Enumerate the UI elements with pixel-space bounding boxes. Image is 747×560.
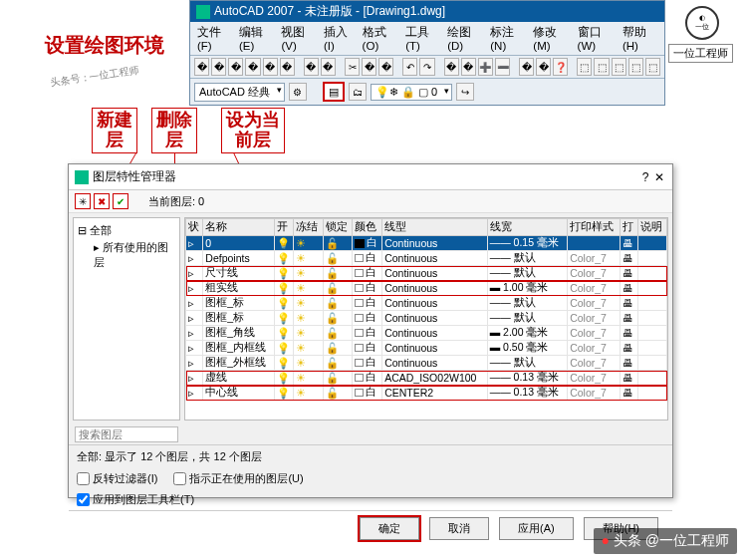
toolbar-icon[interactable]: ⬚ — [628, 58, 643, 76]
toolbar-icon[interactable]: � — [263, 58, 278, 76]
toolbar-icon[interactable]: � — [536, 58, 551, 76]
toolbar-icon[interactable]: ⬚ — [577, 58, 592, 76]
toolbar-icon[interactable]: ✂ — [345, 58, 360, 76]
callout-delete-layer: 删除层 — [151, 108, 197, 153]
toolbar-icon[interactable]: ⬚ — [594, 58, 609, 76]
toolbar-workspace-layer: AutoCAD 经典 ⚙ ▤ 🗂 💡❄ 🔒 ▢ 0 ↪ — [190, 78, 664, 105]
status-text: 全部: 显示了 12 个图层，共 12 个图层 — [69, 444, 672, 468]
toolbar-icon[interactable]: ↶ — [402, 58, 417, 76]
menu-item[interactable]: 文件(F) — [194, 24, 234, 53]
menu-item[interactable]: 格式(O) — [360, 24, 401, 53]
menu-item[interactable]: 帮助(H) — [620, 24, 660, 53]
table-row[interactable]: ▹图框_角线💡☀🔓白Continuous▬ 2.00 毫米Color_7🖶 — [186, 326, 667, 341]
current-layer-label: 当前图层: 0 — [148, 194, 204, 209]
toolbar-icon[interactable]: � — [519, 58, 534, 76]
slide-title: 设置绘图环境 — [45, 32, 164, 59]
toolbar-standard: 📄📂💾🖨✂📋↶↷🔍➕➖🖌❓⬚⬚⬚⬚⬚ — [190, 55, 664, 78]
layer-table[interactable]: 状名称开冻结锁定颜色线型线宽打印样式打说明 ▹0💡☀🔓白Continuous——… — [184, 217, 668, 420]
toolbar-icon[interactable]: � — [304, 58, 319, 76]
help-icon[interactable]: ? — [638, 170, 652, 184]
menu-item[interactable]: 修改(M) — [530, 24, 572, 53]
table-row[interactable]: ▹图框_内框线💡☀🔓白Continuous▬ 0.50 毫米Color_7🖶 — [186, 341, 667, 356]
layer-states-icon[interactable]: 🗂 — [349, 83, 367, 101]
delete-layer-button[interactable]: ✖ — [94, 193, 110, 209]
table-row[interactable]: ▹粗实线💡☀🔓白Continuous▬ 1.00 毫米Color_7🖶 — [186, 281, 667, 296]
chk-apply-toolbar[interactable]: 应用到图层工具栏(T) — [77, 492, 194, 507]
toolbar-icon[interactable]: ⬚ — [612, 58, 626, 76]
table-row[interactable]: ▹图框_标💡☀🔓白Continuous—— 默认Color_7🖶 — [186, 296, 667, 311]
new-layer-button[interactable]: ✳ — [75, 193, 91, 209]
autocad-titlebar-area: AutoCAD 2007 - 未注册版 - [Drawing1.dwg] 文件(… — [189, 0, 665, 106]
menu-item[interactable]: 视图(V) — [278, 24, 319, 53]
settings-icon[interactable]: ⚙ — [289, 83, 307, 101]
callout-set-current: 设为当前层 — [221, 108, 285, 153]
toolbar-icon[interactable]: � — [444, 58, 459, 76]
menu-item[interactable]: 插入(I) — [321, 24, 358, 53]
cancel-button[interactable]: 取消 — [429, 517, 489, 540]
menu-bar: 文件(F)编辑(E)视图(V)插入(I)格式(O)工具(T)绘图(D)标注(N)… — [190, 22, 664, 55]
menu-item[interactable]: 绘图(D) — [444, 24, 485, 53]
toolbar-icon[interactable]: � — [378, 58, 393, 76]
toolbar-icon[interactable]: � — [245, 58, 260, 76]
toolbar-icon[interactable]: ↷ — [419, 58, 434, 76]
toolbar-icon[interactable]: � — [194, 58, 209, 76]
app-icon — [196, 5, 210, 19]
watermark: 头条 @一位工程师 — [594, 528, 737, 554]
layer-combo[interactable]: 💡❄ 🔒 ▢ 0 — [371, 84, 452, 101]
layermove-icon[interactable]: ↪ — [456, 83, 474, 101]
filter-tree[interactable]: ⊟ 全部 ▸ 所有使用的图层 — [73, 217, 180, 420]
author-stamp: 头条号：一位工程师 — [49, 64, 139, 90]
dialog-title: 图层特性管理器 — [93, 168, 176, 185]
table-row[interactable]: ▹尺寸线💡☀🔓白Continuous—— 默认Color_7🖶 — [186, 266, 667, 281]
menu-item[interactable]: 编辑(E) — [236, 24, 277, 53]
workspace-combo[interactable]: AutoCAD 经典 — [194, 83, 285, 102]
table-row[interactable]: ▹图框_标💡☀🔓白Continuous—— 默认Color_7🖶 — [186, 311, 667, 326]
toolbar-icon[interactable]: ➖ — [495, 58, 510, 76]
apply-button[interactable]: 应用(A) — [499, 517, 574, 540]
menu-item[interactable]: 工具(T) — [402, 24, 442, 53]
chk-inuse[interactable]: 指示正在使用的图层(U) — [173, 471, 303, 486]
toolbar-icon[interactable]: � — [321, 58, 336, 76]
logo-icon: ◐一位 — [685, 6, 719, 40]
menu-item[interactable]: 标注(N) — [487, 24, 528, 53]
ok-button[interactable]: 确定 — [360, 517, 419, 540]
toolbar-icon[interactable]: ➕ — [478, 58, 493, 76]
chk-invert-filter[interactable]: 反转过滤器(I) — [77, 471, 157, 486]
toolbar-icon[interactable]: � — [280, 58, 295, 76]
tree-inuse[interactable]: ▸ 所有使用的图层 — [78, 239, 175, 271]
table-header: 状名称开冻结锁定颜色线型线宽打印样式打说明 — [186, 219, 667, 236]
tree-root[interactable]: ⊟ 全部 — [78, 222, 175, 239]
callout-new-layer: 新建层 — [92, 108, 137, 153]
table-row[interactable]: ▹虚线💡☀🔓白ACAD_ISO02W100—— 0.13 毫米Color_7🖶 — [186, 371, 667, 386]
layer-properties-button[interactable]: ▤ — [323, 82, 345, 102]
toolbar-icon[interactable]: � — [228, 58, 243, 76]
table-row[interactable]: ▹Defpoints💡☀🔓白Continuous—— 默认Color_7🖶 — [186, 251, 667, 266]
toolbar-icon[interactable]: ❓ — [553, 58, 568, 76]
app-title: AutoCAD 2007 - 未注册版 - [Drawing1.dwg] — [190, 1, 664, 22]
toolbar-icon[interactable]: ⬚ — [645, 58, 660, 76]
table-row[interactable]: ▹0💡☀🔓白Continuous—— 0.15 毫米🖶 — [186, 236, 667, 251]
menu-item[interactable]: 窗口(W) — [575, 24, 618, 53]
set-current-button[interactable]: ✔ — [113, 193, 128, 209]
search-input[interactable] — [75, 426, 178, 442]
toolbar-icon[interactable]: � — [461, 58, 476, 76]
toolbar-icon[interactable]: � — [362, 58, 376, 76]
toolbar-icon[interactable]: � — [211, 58, 226, 76]
app-title-text: AutoCAD 2007 - 未注册版 - [Drawing1.dwg] — [214, 3, 445, 20]
table-row[interactable]: ▹中心线💡☀🔓白CENTER2—— 0.13 毫米Color_7🖶 — [186, 386, 667, 401]
layer-properties-dialog: 图层特性管理器 ? ✕ ✳ ✖ ✔ 当前图层: 0 ⊟ 全部 ▸ 所有使用的图层… — [68, 163, 673, 498]
table-row[interactable]: ▹图框_外框线💡☀🔓白Continuous—— 默认Color_7🖶 — [186, 356, 667, 371]
dialog-icon — [75, 170, 89, 184]
logo-label: 一位工程师 — [668, 44, 733, 63]
close-icon[interactable]: ✕ — [652, 170, 666, 184]
